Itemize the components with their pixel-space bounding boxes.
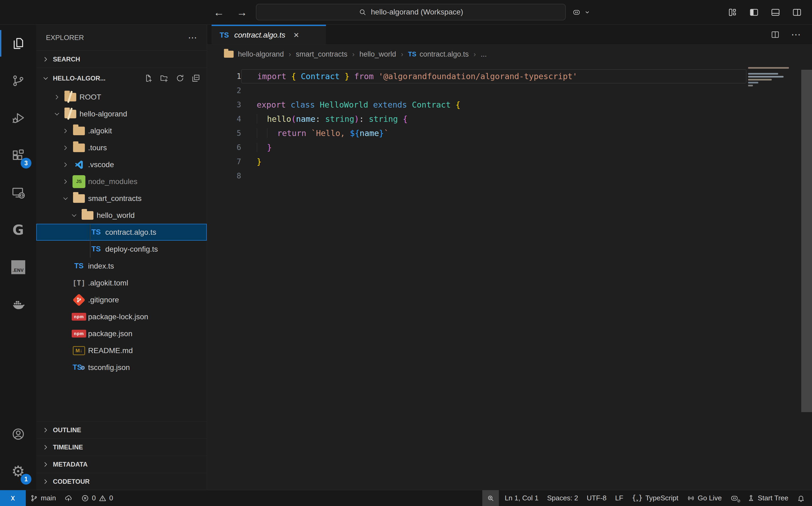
- new-file-icon[interactable]: [144, 74, 153, 83]
- tree-item-label: package-lock.json: [86, 313, 148, 321]
- chevron-right-icon: [42, 461, 49, 468]
- token: :: [359, 114, 369, 124]
- sidebar-more-icon[interactable]: ⋯: [188, 32, 197, 43]
- new-folder-icon[interactable]: [160, 74, 169, 83]
- tree-item-contract-algo-ts[interactable]: TScontract.algo.ts: [36, 224, 207, 241]
- command-center-search[interactable]: hello-algorand (Workspace): [256, 4, 566, 20]
- line-number: 1: [207, 72, 241, 81]
- section-timeline[interactable]: TIMELINE: [36, 438, 207, 455]
- activity-accounts[interactable]: [0, 415, 36, 452]
- back-icon[interactable]: ←: [214, 6, 224, 18]
- tree-item-index-ts[interactable]: TSindex.ts: [36, 258, 207, 274]
- section-codetour[interactable]: CODETOUR: [36, 473, 207, 490]
- status-remote[interactable]: [0, 490, 26, 506]
- code-editor[interactable]: 1import { Contract } from '@algorandfoun…: [207, 64, 812, 183]
- customize-layout-icon[interactable]: [728, 7, 737, 17]
- status-encoding[interactable]: UTF-8: [582, 490, 611, 506]
- toggle-secondary-sidebar-icon[interactable]: [792, 7, 802, 17]
- breadcrumb-item[interactable]: hello-algorand: [223, 50, 284, 59]
- tree-item--algokit[interactable]: .algokit: [36, 122, 207, 139]
- status-bar: main00 Ln 1, Col 1Spaces: 2UTF-8LF{✕}Typ…: [0, 490, 812, 506]
- activity-explorer[interactable]: [0, 25, 36, 62]
- close-tab-icon[interactable]: ✕: [293, 31, 299, 39]
- status-go-live[interactable]: Go Live: [682, 490, 726, 506]
- code-line-4[interactable]: 4 hello(name: string): string {: [207, 112, 812, 126]
- tree-item-smart-contracts[interactable]: smart_contracts: [36, 190, 207, 207]
- ts-icon: TS: [74, 262, 84, 270]
- minimap-line: [748, 67, 789, 69]
- breadcrumb-separator: ›: [474, 50, 476, 59]
- status-start-tree[interactable]: Start Tree: [743, 490, 793, 506]
- code-line-6[interactable]: 6 }: [207, 140, 812, 155]
- minimap[interactable]: [748, 67, 800, 88]
- status-language-mode[interactable]: {✕}TypeScript: [628, 490, 682, 506]
- tree-item-deploy-config-ts[interactable]: TSdeploy-config.ts: [36, 241, 207, 258]
- tab-contract-algo-ts[interactable]: TS contract.algo.ts ✕: [212, 25, 326, 44]
- code-line-8[interactable]: 8: [207, 169, 812, 183]
- line-content: }: [241, 155, 746, 169]
- file-icon-cell: [80, 211, 95, 220]
- tree-item-hello-world[interactable]: hello_world: [36, 207, 207, 224]
- sidebar-header: EXPLORER ⋯: [36, 25, 207, 51]
- token: {: [291, 72, 296, 81]
- tree-item--vscode[interactable]: .vscode: [36, 156, 207, 173]
- tree-item-readme-md[interactable]: M↓README.md: [36, 342, 207, 359]
- activity-settings[interactable]: ⚙1: [0, 452, 36, 490]
- breadcrumb-item[interactable]: TScontract.algo.ts: [408, 50, 469, 59]
- refresh-icon[interactable]: [175, 74, 184, 83]
- code-line-7[interactable]: 7}: [207, 155, 812, 169]
- code-line-1[interactable]: 1import { Contract } from '@algorandfoun…: [207, 69, 812, 83]
- status-branch[interactable]: main: [26, 490, 60, 506]
- activity-docker[interactable]: [0, 286, 36, 323]
- status-eol[interactable]: LF: [611, 490, 628, 506]
- tree-item-package-json[interactable]: npmpackage.json: [36, 325, 207, 342]
- status-notifications[interactable]: [793, 490, 809, 506]
- activity-extensions[interactable]: 3: [0, 137, 36, 174]
- breadcrumb-item[interactable]: smart_contracts: [296, 50, 348, 59]
- remote-icon: [9, 494, 17, 502]
- section-label: METADATA: [53, 461, 87, 468]
- status-zoom[interactable]: [482, 490, 499, 506]
- zoom-in-icon: [487, 494, 495, 502]
- section-project[interactable]: HELLO-ALGOR...: [36, 68, 207, 89]
- breadcrumb-item[interactable]: ...: [481, 50, 487, 59]
- breadcrumb-item[interactable]: hello_world: [360, 50, 396, 59]
- activity-run-and-debug[interactable]: [0, 99, 36, 137]
- toggle-panel-icon[interactable]: [771, 7, 780, 17]
- collapse-all-icon[interactable]: [192, 74, 200, 83]
- status-copilot[interactable]: ⊘: [726, 490, 743, 506]
- tree-item-tsconfig-json[interactable]: TS⚙tsconfig.json: [36, 359, 207, 376]
- tree-item-package-lock-json[interactable]: npmpackage-lock.json: [36, 308, 207, 325]
- activity-dotenv[interactable]: .ENV: [0, 248, 36, 286]
- activity-remote-explorer[interactable]: [0, 174, 36, 211]
- tree-item--algokit-toml[interactable]: [T].algokit.toml: [36, 274, 207, 291]
- token: {: [456, 100, 460, 109]
- tree-item--tours[interactable]: .tours: [36, 139, 207, 156]
- code-line-5[interactable]: 5 return `Hello, ${name}`: [207, 126, 812, 140]
- more-actions-icon[interactable]: ⋯: [791, 29, 801, 40]
- activity-gitlens[interactable]: G: [0, 211, 36, 248]
- status-cursor-position[interactable]: Ln 1, Col 1: [501, 490, 543, 506]
- split-editor-icon[interactable]: [771, 30, 780, 39]
- status-indentation[interactable]: Spaces: 2: [543, 490, 582, 506]
- status-sync[interactable]: [60, 490, 77, 506]
- tree-item-node-modules[interactable]: JSnode_modules: [36, 173, 207, 190]
- toggle-primary-sidebar-icon[interactable]: [749, 7, 759, 17]
- section-search[interactable]: SEARCH: [36, 51, 207, 68]
- copilot-menu[interactable]: [573, 0, 591, 25]
- code-line-2[interactable]: 2: [207, 83, 812, 98]
- breadcrumb-label: ...: [481, 50, 487, 59]
- editor-scrollbar[interactable]: [801, 70, 812, 412]
- code-line-3[interactable]: 3export class HelloWorld extends Contrac…: [207, 98, 812, 112]
- docker-icon: [11, 298, 25, 312]
- status-problems[interactable]: 00: [77, 490, 117, 506]
- tree-item-hello-algorand[interactable]: hello-algorand: [36, 105, 207, 122]
- badge: 3: [21, 158, 31, 168]
- section-metadata[interactable]: METADATA: [36, 455, 207, 473]
- tree-item-root[interactable]: ROOT: [36, 89, 207, 105]
- section-outline[interactable]: OUTLINE: [36, 421, 207, 438]
- activity-source-control[interactable]: [0, 62, 36, 99]
- forward-icon[interactable]: →: [236, 6, 247, 18]
- tree-item--gitignore[interactable]: .gitignore: [36, 291, 207, 308]
- token: [340, 72, 345, 81]
